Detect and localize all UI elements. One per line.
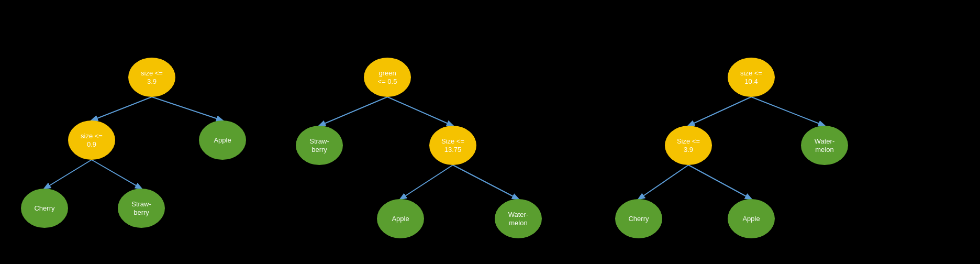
node-t1n5: Straw-berry [118,189,165,228]
node-t2n1: green<= 0.5 [364,58,411,97]
svg-line-10 [639,165,688,199]
svg-line-11 [688,165,751,199]
tree-diagram: size <=3.9size <=0.9AppleCherryStraw-ber… [0,0,980,264]
node-t2n5: Water-melon [495,199,542,238]
svg-line-2 [44,160,92,189]
node-t2n4: Apple [377,199,424,238]
node-t1n3: Apple [199,120,246,160]
node-t3n4: Cherry [615,199,662,238]
node-t1n4: Cherry [21,189,68,228]
svg-line-1 [152,97,222,120]
svg-line-8 [688,97,751,126]
node-t3n5: Apple [728,199,775,238]
node-t1n2: size <=0.9 [68,120,115,160]
svg-line-7 [453,165,518,199]
node-t2n3: Size <=13.75 [429,126,476,165]
svg-line-5 [387,97,453,126]
node-t3n1: size <=10.4 [728,58,775,97]
svg-line-9 [751,97,825,126]
svg-line-3 [92,160,141,189]
svg-line-0 [92,97,152,120]
svg-line-6 [400,165,453,199]
node-t3n3: Water-melon [801,126,848,165]
node-t1n1: size <=3.9 [128,58,175,97]
svg-line-4 [319,97,387,126]
node-t3n2: Size <=3.9 [665,126,712,165]
node-t2n2: Straw-berry [296,126,343,165]
